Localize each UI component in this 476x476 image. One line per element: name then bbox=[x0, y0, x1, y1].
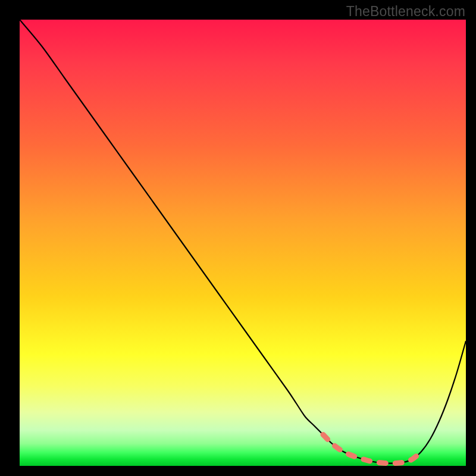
bottleneck-curve bbox=[20, 20, 466, 466]
chart-frame: TheBottleneck.com bbox=[0, 0, 476, 476]
curve-highlight-dashes bbox=[323, 435, 421, 464]
watermark-text: TheBottleneck.com bbox=[346, 4, 465, 20]
plot-area bbox=[20, 20, 466, 466]
curve-line bbox=[20, 20, 466, 464]
